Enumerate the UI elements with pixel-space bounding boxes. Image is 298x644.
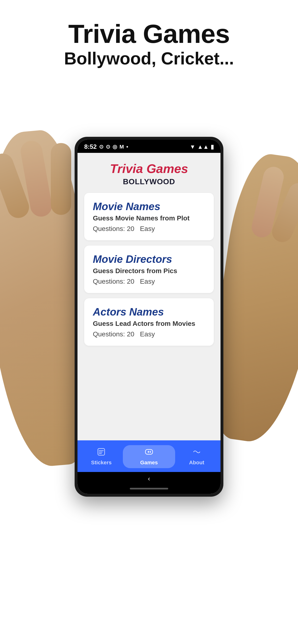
sim2-icon: ⊙ [106,144,110,150]
about-label: About [189,460,204,466]
game-card-3-sep [134,330,140,338]
about-icon [192,448,201,458]
app-title: Trivia Games [84,162,214,176]
status-left: 8:52 ⊙ ⊙ ◎ M • [84,143,128,150]
status-right: ▼ ▲▲ ▮ [190,144,214,150]
phone-device: 8:52 ⊙ ⊙ ◎ M • ▼ ▲▲ ▮ Trivia Games BOLLY… [75,137,223,497]
game-card-1-difficulty: Easy [140,225,155,232]
game-card-2-questions-label: Questions: [93,278,127,285]
phone-screen: 8:52 ⊙ ⊙ ◎ M • ▼ ▲▲ ▮ Trivia Games BOLLY… [77,140,221,494]
game-card-1-questions-label: Questions: [93,225,127,232]
game-card-3-title: Actors Names [93,306,205,318]
signal-icon: ▲▲ [197,144,209,150]
svg-point-7 [150,451,151,452]
games-icon [145,448,153,458]
game-card-2[interactable]: Movie Directors Guess Directors from Pic… [84,246,214,293]
page-title: Trivia Games [10,19,288,48]
page-subtitle: Bollywood, Cricket... [10,48,288,69]
game-card-1-title: Movie Names [93,200,205,212]
game-card-2-desc: Guess Directors from Pics [93,267,205,275]
stickers-icon [97,448,106,458]
bottom-nav: Stickers Games [77,440,221,472]
whatsapp-icon: ◎ [112,144,117,150]
game-card-3-difficulty: Easy [140,330,155,338]
game-card-3-meta: Questions: 20 Easy [93,330,205,338]
game-card-3-questions: 20 [127,330,134,338]
game-card-1-desc: Guess Movie Names from Plot [93,214,205,222]
game-card-2-questions: 20 [127,278,134,285]
game-card-1-difficulty-sep [134,225,140,232]
home-bar [130,488,168,490]
home-indicator [77,486,221,494]
games-label: Games [140,460,158,466]
status-time: 8:52 [84,143,97,150]
nav-games[interactable]: Games [123,445,175,468]
game-card-2-sep [134,278,140,285]
status-bar: 8:52 ⊙ ⊙ ◎ M • ▼ ▲▲ ▮ [77,140,221,153]
nav-about[interactable]: About [175,448,218,466]
stickers-label: Stickers [91,460,112,466]
svg-point-8 [150,452,151,453]
battery-icon: ▮ [211,144,214,150]
dot-icon: • [126,144,128,150]
game-card-3[interactable]: Actors Names Guess Lead Actors from Movi… [84,298,214,346]
phone-scene: 8:52 ⊙ ⊙ ◎ M • ▼ ▲▲ ▮ Trivia Games BOLLY… [0,83,298,550]
game-card-1-meta: Questions: 20 Easy [93,225,205,233]
app-category: BOLLYWOOD [84,177,214,186]
page-header: Trivia Games Bollywood, Cricket... [0,0,298,83]
gmail-icon: M [119,144,124,150]
app-content: Trivia Games BOLLYWOOD Movie Names Guess… [77,153,221,440]
game-card-1[interactable]: Movie Names Guess Movie Names from Plot … [84,193,214,240]
wifi-icon: ▼ [190,144,196,150]
sim1-icon: ⊙ [99,144,103,150]
game-card-2-difficulty: Easy [140,278,155,285]
game-card-2-meta: Questions: 20 Easy [93,278,205,285]
nav-stickers[interactable]: Stickers [80,448,123,466]
back-arrow-icon[interactable]: ‹ [148,475,150,482]
finger-3 [51,143,71,215]
game-card-1-questions: 20 [127,225,134,232]
game-card-3-desc: Guess Lead Actors from Movies [93,320,205,328]
game-card-2-title: Movie Directors [93,253,205,265]
nav-gesture-area: ‹ [77,472,221,486]
game-card-3-questions-label: Questions: [93,330,127,338]
